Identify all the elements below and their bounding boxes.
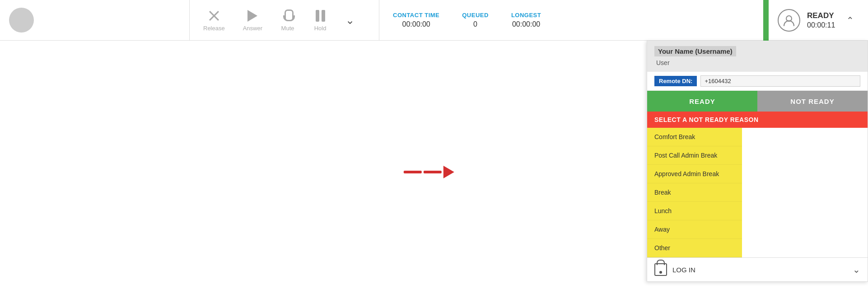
contact-time-label: CONTACT TIME	[393, 12, 439, 19]
remote-dn-input[interactable]	[700, 75, 860, 87]
panel-header: Your Name (Username) User	[647, 41, 868, 72]
reason-list: Comfort BreakPost Call Admin BreakApprov…	[647, 128, 742, 257]
queued-stat: QUEUED 0	[462, 12, 489, 28]
reason-item[interactable]: Approved Admin Break	[647, 165, 742, 183]
mute-button[interactable]: Mute	[280, 9, 295, 32]
release-button[interactable]: Release	[203, 9, 225, 32]
status-buttons: READY NOT READY	[647, 91, 868, 112]
contact-time-value: 00:00:00	[402, 20, 430, 28]
ready-status-label: READY	[807, 11, 835, 20]
dash-1	[404, 171, 422, 173]
reason-right-empty	[742, 128, 868, 257]
chevron-down-icon[interactable]: ⌄	[345, 14, 355, 27]
ready-time-value: 00:00:11	[807, 21, 835, 29]
reason-item[interactable]: Comfort Break	[647, 128, 742, 146]
ready-button[interactable]: READY	[647, 91, 757, 112]
not-ready-reason-header: SELECT A NOT READY REASON	[647, 112, 868, 128]
longest-stat: LONGEST 00:00:00	[511, 12, 541, 28]
status-green-bar	[763, 0, 769, 41]
arrow-head	[443, 166, 454, 178]
lock-icon	[654, 263, 667, 276]
chevron-up-icon[interactable]: ⌃	[846, 15, 854, 26]
release-icon	[207, 9, 221, 23]
avatar-area	[0, 0, 190, 40]
queued-label: QUEUED	[462, 12, 489, 19]
lock-keyhole	[659, 271, 662, 274]
login-row[interactable]: LOG IN ⌄	[647, 257, 868, 281]
mute-icon	[280, 9, 295, 23]
reason-item[interactable]: Other	[647, 239, 742, 257]
reason-item[interactable]: Lunch	[647, 202, 742, 220]
hold-button[interactable]: Hold	[313, 9, 327, 32]
ready-info: READY 00:00:11	[807, 11, 835, 29]
reason-item[interactable]: Away	[647, 220, 742, 239]
ready-section: READY 00:00:11 ⌃	[769, 0, 868, 40]
login-chevron-icon: ⌄	[853, 264, 860, 275]
answer-icon	[245, 9, 260, 23]
panel-role: User	[654, 59, 860, 66]
main-content: Your Name (Username) User Remote DN: REA…	[0, 41, 868, 303]
login-label: LOG IN	[672, 266, 847, 274]
mute-label: Mute	[281, 25, 294, 32]
toolbar-controls: Release Answer Mute Hold ⌄	[190, 0, 379, 40]
remote-dn-label: Remote DN:	[654, 76, 697, 86]
release-label: Release	[203, 25, 225, 32]
stats-area: CONTACT TIME 00:00:00 QUEUED 0 LONGEST 0…	[379, 0, 763, 40]
dropdown-panel: Your Name (Username) User Remote DN: REA…	[647, 41, 868, 282]
queued-value: 0	[473, 20, 477, 28]
remote-dn-row: Remote DN:	[647, 72, 868, 91]
hold-icon	[313, 9, 327, 23]
reason-item[interactable]: Post Call Admin Break	[647, 146, 742, 165]
toolbar: Release Answer Mute Hold ⌄ CONTACT TIME …	[0, 0, 868, 41]
user-status-icon	[778, 9, 800, 32]
hold-label: Hold	[314, 25, 327, 32]
dashed-arrow	[404, 166, 454, 178]
reason-item[interactable]: Break	[647, 183, 742, 202]
longest-label: LONGEST	[511, 12, 541, 19]
answer-button[interactable]: Answer	[243, 9, 262, 32]
contact-time-stat: CONTACT TIME 00:00:00	[393, 12, 439, 28]
longest-value: 00:00:00	[512, 20, 540, 28]
answer-label: Answer	[243, 25, 262, 32]
reason-area: Comfort BreakPost Call Admin BreakApprov…	[647, 128, 868, 257]
not-ready-button[interactable]: NOT READY	[757, 91, 868, 112]
panel-username: Your Name (Username)	[654, 46, 736, 56]
dash-2	[424, 171, 442, 173]
avatar	[9, 8, 34, 33]
